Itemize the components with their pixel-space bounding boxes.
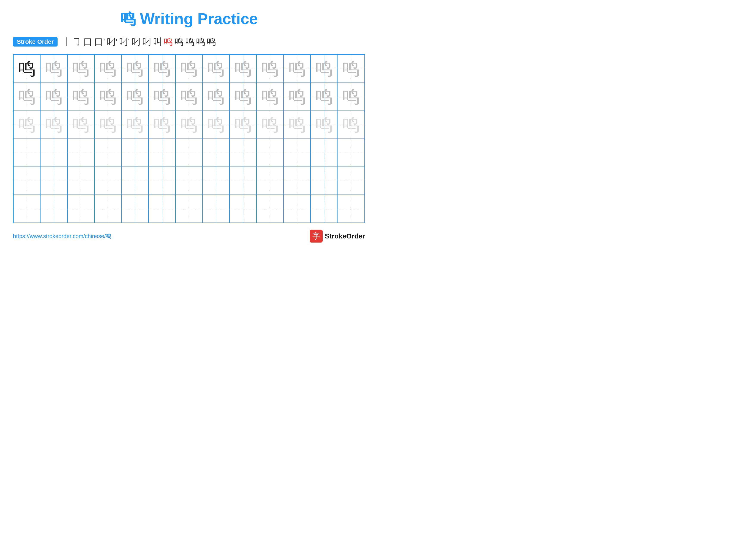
grid-cell — [338, 139, 364, 167]
grid-cell — [310, 167, 338, 195]
stroke-order-badge: Stroke Order — [13, 37, 58, 46]
practice-char: 鸣 — [207, 88, 225, 105]
grid-cell — [94, 139, 121, 167]
practice-grid: 鸣鸣鸣鸣鸣鸣鸣鸣鸣鸣鸣鸣鸣鸣鸣鸣鸣鸣鸣鸣鸣鸣鸣鸣鸣鸣鸣鸣鸣鸣鸣鸣鸣鸣鸣鸣鸣鸣鸣 — [13, 54, 365, 223]
brand-icon: 字 — [310, 230, 323, 242]
practice-char: 鸣 — [288, 116, 306, 133]
grid-cell: 鸣 — [230, 83, 256, 111]
stroke-order-row: Stroke Order 丨㇆口口'叼'叼'叼叼叫鸣鸣鸣鸣鸣 — [13, 36, 365, 48]
stroke-step-9: 鸣 — [164, 36, 173, 48]
stroke-step-10: 鸣 — [175, 36, 184, 48]
stroke-sequence: 丨㇆口口'叼'叼'叼叼叫鸣鸣鸣鸣鸣 — [62, 36, 216, 48]
grid-cell — [284, 195, 310, 223]
grid-cell: 鸣 — [284, 55, 310, 83]
practice-char: 鸣 — [153, 60, 171, 77]
grid-cell — [284, 167, 310, 195]
brand-logo: 字 StrokeOrder — [310, 230, 365, 242]
practice-char: 鸣 — [99, 60, 117, 77]
grid-cell: 鸣 — [310, 111, 338, 139]
practice-char: 鸣 — [261, 116, 279, 133]
practice-char: 鸣 — [72, 88, 90, 105]
grid-cell — [14, 167, 40, 195]
brand-name: StrokeOrder — [325, 232, 365, 240]
grid-cell: 鸣 — [338, 111, 364, 139]
footer: https://www.strokeorder.com/chinese/鸣 字 … — [13, 230, 365, 242]
stroke-step-7: 叼 — [142, 36, 151, 48]
grid-cell — [176, 167, 202, 195]
practice-char: 鸣 — [180, 116, 198, 133]
practice-char: 鸣 — [18, 116, 36, 133]
grid-cell — [14, 195, 40, 223]
stroke-step-5: 叼' — [119, 36, 130, 48]
practice-char: 鸣 — [99, 88, 117, 105]
grid-cell: 鸣 — [176, 55, 202, 83]
grid-cell — [202, 195, 230, 223]
grid-cell — [94, 195, 121, 223]
practice-char: 鸣 — [234, 116, 252, 133]
practice-char: 鸣 — [72, 116, 90, 133]
grid-cell — [256, 195, 284, 223]
practice-char: 鸣 — [45, 60, 63, 77]
grid-cell: 鸣 — [256, 83, 284, 111]
practice-char: 鸣 — [342, 60, 360, 77]
practice-char: 鸣 — [153, 116, 171, 133]
grid-cell: 鸣 — [40, 83, 67, 111]
practice-char: 鸣 — [288, 60, 306, 77]
grid-cell — [230, 195, 256, 223]
stroke-step-2: 口 — [83, 36, 93, 48]
practice-char: 鸣 — [126, 60, 144, 77]
grid-cell — [148, 195, 176, 223]
grid-cell — [338, 167, 364, 195]
stroke-step-1: ㇆ — [73, 36, 82, 48]
stroke-step-11: 鸣 — [185, 36, 194, 48]
grid-cell: 鸣 — [14, 83, 40, 111]
grid-cell — [40, 139, 67, 167]
grid-cell: 鸣 — [122, 55, 148, 83]
practice-char: 鸣 — [315, 88, 333, 105]
grid-cell: 鸣 — [68, 83, 94, 111]
grid-cell: 鸣 — [94, 111, 121, 139]
footer-url[interactable]: https://www.strokeorder.com/chinese/鸣 — [13, 232, 111, 240]
grid-cell — [202, 139, 230, 167]
grid-cell: 鸣 — [68, 55, 94, 83]
grid-cell: 鸣 — [310, 83, 338, 111]
grid-cell: 鸣 — [284, 111, 310, 139]
practice-char: 鸣 — [288, 88, 306, 105]
grid-cell: 鸣 — [14, 111, 40, 139]
stroke-step-3: 口' — [94, 36, 105, 48]
stroke-step-12: 鸣 — [196, 36, 205, 48]
grid-cell — [256, 139, 284, 167]
grid-cell: 鸣 — [68, 111, 94, 139]
grid-cell: 鸣 — [230, 111, 256, 139]
practice-char: 鸣 — [342, 116, 360, 133]
grid-cell: 鸣 — [338, 55, 364, 83]
grid-cell — [122, 139, 148, 167]
grid-cell — [40, 167, 67, 195]
grid-cell — [68, 139, 94, 167]
stroke-step-8: 叫 — [153, 36, 162, 48]
grid-cell: 鸣 — [256, 55, 284, 83]
practice-char: 鸣 — [315, 60, 333, 77]
grid-cell — [14, 139, 40, 167]
grid-cell — [284, 139, 310, 167]
grid-cell: 鸣 — [94, 55, 121, 83]
practice-char: 鸣 — [153, 88, 171, 105]
grid-cell: 鸣 — [310, 55, 338, 83]
grid-cell — [148, 167, 176, 195]
grid-cell — [68, 167, 94, 195]
grid-cell — [122, 167, 148, 195]
grid-cell: 鸣 — [202, 83, 230, 111]
practice-char: 鸣 — [126, 88, 144, 105]
practice-char: 鸣 — [234, 60, 252, 77]
practice-char: 鸣 — [261, 88, 279, 105]
practice-char: 鸣 — [261, 60, 279, 77]
grid-cell: 鸣 — [230, 55, 256, 83]
practice-char: 鸣 — [342, 88, 360, 105]
practice-char: 鸣 — [234, 88, 252, 105]
grid-cell — [176, 139, 202, 167]
grid-cell: 鸣 — [202, 111, 230, 139]
practice-char: 鸣 — [207, 60, 225, 77]
grid-cell: 鸣 — [40, 111, 67, 139]
grid-cell — [310, 139, 338, 167]
grid-cell: 鸣 — [122, 83, 148, 111]
